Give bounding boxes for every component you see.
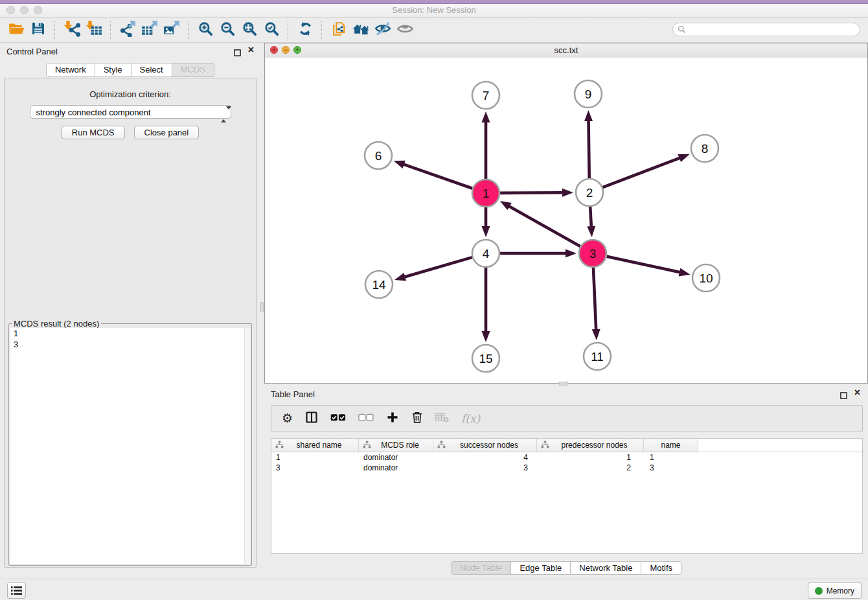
edge-2-3[interactable] — [590, 207, 591, 227]
cell: dominator — [359, 453, 433, 462]
toolbar-separator — [188, 21, 189, 39]
import-network-button[interactable] — [61, 19, 83, 40]
search-input[interactable] — [689, 24, 860, 35]
zoom-out-button[interactable] — [216, 19, 238, 40]
tab-mcds[interactable]: MCDS — [172, 63, 214, 77]
export-network-icon — [119, 20, 136, 40]
tab-network[interactable]: Network — [46, 63, 95, 77]
network-view-title: scc.txt — [265, 45, 867, 55]
result-scrollbar[interactable] — [244, 328, 250, 564]
tab-select[interactable]: Select — [131, 63, 172, 77]
table-tabs: Node TableEdge TableNetwork TableMotifs — [264, 561, 868, 575]
zoom-in-button[interactable] — [194, 19, 216, 40]
cell: 2 — [537, 463, 644, 472]
toolbar-separator — [321, 21, 323, 39]
node-table[interactable]: shared nameMCDS rolesuccessor nodesprede… — [271, 438, 863, 554]
attribute-tree-icon — [363, 439, 371, 451]
node-label-4: 4 — [483, 247, 490, 260]
edge-2-9[interactable] — [589, 120, 589, 178]
import-network-icon — [63, 20, 80, 40]
network-graph[interactable]: 7968124314101511 — [265, 58, 867, 384]
edge-4-14[interactable] — [404, 257, 472, 277]
duplicate-network-icon — [331, 21, 347, 40]
main-toolbar — [0, 17, 868, 43]
edge-3-11[interactable] — [593, 268, 596, 330]
close-table-panel-icon[interactable]: × — [854, 387, 860, 398]
table-toolbar: ⚙f(x) — [271, 405, 863, 432]
result-item[interactable]: 3 — [10, 339, 250, 350]
delete-column-button[interactable] — [411, 411, 423, 426]
task-history-button[interactable] — [7, 583, 26, 599]
splitter-grip[interactable] — [260, 302, 264, 312]
arrowhead-2-8 — [678, 154, 689, 162]
tab-edge-table[interactable]: Edge Table — [510, 561, 571, 575]
tab-style[interactable]: Style — [95, 63, 131, 77]
memory-button[interactable]: Memory — [808, 583, 862, 599]
arrowhead-1-4 — [482, 226, 490, 237]
column-header-predecessor-nodes[interactable]: predecessor nodes — [537, 439, 644, 452]
table-row[interactable]: 3dominator323 — [271, 463, 862, 473]
tab-node-table[interactable]: Node Table — [451, 561, 512, 575]
list-icon — [11, 586, 22, 595]
table-panel-title: Table Panel — [271, 389, 315, 399]
export-table-button[interactable] — [139, 19, 161, 40]
select-all-button[interactable] — [330, 413, 346, 424]
settings-button[interactable]: ⚙ — [282, 412, 293, 425]
cell: 1 — [537, 453, 644, 462]
result-item[interactable]: 1 — [10, 328, 250, 339]
mcds-panel: Optimization criterion: strongly connect… — [4, 78, 257, 568]
tab-network-table[interactable]: Network Table — [570, 561, 641, 575]
column-header-name[interactable]: name — [644, 439, 698, 452]
table-header-row: shared nameMCDS rolesuccessor nodesprede… — [271, 439, 862, 452]
refresh-button[interactable] — [294, 19, 316, 40]
edge-1-2[interactable] — [500, 192, 564, 193]
import-table-button[interactable] — [83, 19, 105, 40]
add-column-button[interactable] — [386, 411, 399, 426]
tab-motifs[interactable]: Motifs — [641, 561, 681, 575]
show-neighbors-button[interactable] — [350, 19, 372, 40]
zoom-fit-button[interactable] — [238, 19, 260, 40]
column-header-MCDS-role[interactable]: MCDS role — [359, 439, 433, 452]
criterion-select[interactable]: strongly connected component — [30, 105, 231, 119]
close-panel-button[interactable]: Close panel — [134, 126, 200, 139]
attribute-tree-icon — [541, 439, 549, 451]
float-panel-icon[interactable] — [234, 47, 241, 59]
open-session-button[interactable] — [5, 19, 27, 40]
mcds-result-list[interactable]: 13 — [10, 328, 250, 564]
table-row[interactable]: 1dominator411 — [271, 452, 862, 463]
show-all-button[interactable] — [394, 19, 416, 40]
node-label-10: 10 — [699, 271, 713, 285]
run-mcds-button[interactable]: Run MCDS — [62, 126, 125, 139]
attribute-tree-icon — [275, 439, 284, 451]
zoom-out-icon — [220, 21, 236, 40]
save-session-button[interactable] — [27, 19, 49, 40]
edge-3-1[interactable] — [508, 206, 580, 247]
search-icon — [678, 25, 686, 34]
cell: 3 — [644, 463, 698, 472]
hide-selected-button[interactable] — [372, 19, 394, 40]
cell: 3 — [271, 463, 359, 472]
column-header-successor-nodes[interactable]: successor nodes — [433, 439, 537, 452]
mcds-result-title: MCDS result (2 nodes) — [12, 319, 101, 329]
column-header-shared-name[interactable]: shared name — [271, 439, 359, 452]
deselect-all-button[interactable] — [358, 413, 374, 424]
network-window-titlebar[interactable]: × − + scc.txt — [265, 43, 867, 58]
search-box[interactable] — [672, 23, 860, 36]
node-label-11: 11 — [591, 350, 604, 363]
node-label-6: 6 — [375, 149, 382, 163]
export-image-button[interactable] — [161, 19, 183, 40]
edge-3-10[interactable] — [606, 257, 680, 273]
network-canvas[interactable]: 7968124314101511 — [265, 58, 867, 383]
select-stepper-icon — [221, 108, 227, 117]
close-panel-icon[interactable]: × — [248, 44, 254, 56]
float-table-panel-icon[interactable] — [840, 390, 847, 402]
toolbar-separator — [288, 21, 289, 39]
arrowhead-3-1 — [500, 201, 512, 210]
edge-1-6[interactable] — [403, 164, 472, 189]
duplicate-network-button[interactable] — [328, 19, 350, 40]
export-network-button[interactable] — [117, 19, 139, 40]
node-label-2: 2 — [586, 186, 593, 200]
split-view-button[interactable] — [305, 411, 318, 426]
edge-2-8[interactable] — [603, 157, 681, 187]
zoom-selected-button[interactable] — [260, 19, 282, 40]
